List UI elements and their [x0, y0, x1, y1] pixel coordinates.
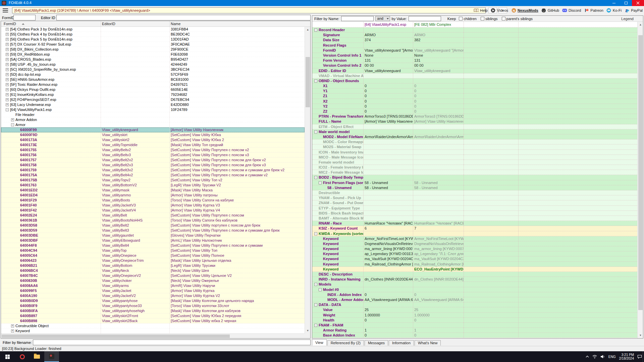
detail-row[interactable]: YNAM - Sound - Pick Up — [312, 195, 637, 200]
keep-option-siblings[interactable]: siblings — [481, 17, 498, 21]
value-plugin1-cell[interactable] — [364, 139, 413, 144]
tree-row-record[interactable]: 6400175BVtaw_utilityTopv2[SetCustom] Vta… — [1, 178, 305, 183]
expand-plus-icon[interactable]: + — [6, 48, 9, 51]
detail-row[interactable]: 58 - Unnamed58 - Unnamed58 - Unnamed — [312, 185, 637, 190]
wifi-icon[interactable] — [592, 355, 597, 359]
value-plugin1-cell[interactable]: 0 — [364, 99, 413, 104]
link-github[interactable]: GitHub — [541, 8, 559, 13]
value-plugin1-cell[interactable]: 6 — [364, 226, 413, 231]
value-plugin1-cell[interactable]: Vtaw_utilitykneeguard "[Armor] ... — [364, 48, 413, 53]
tree-row-record[interactable]: 6400173EVtaw_utilityTopmiddle[Mask] Vtaw… — [1, 142, 305, 147]
value-plugin1-cell[interactable]: ma_VaultSuit [KYWD:00204C22] — [364, 256, 413, 261]
value-plugin1-cell[interactable] — [364, 200, 413, 205]
tree-row-record[interactable]: 64001759Vtaw_utilityBelt3v2[SetCustom] V… — [1, 168, 305, 173]
value-plugin1-cell[interactable] — [364, 267, 413, 272]
value-plugin2-cell[interactable]: 0 — [413, 104, 464, 109]
value-plugin2-cell[interactable]: 0 — [413, 318, 464, 323]
tree-hscroll-thumb[interactable] — [2, 335, 230, 338]
value-plugin1-cell[interactable]: ap_Legendary [KYWD:001E32C8] — [364, 251, 413, 256]
taskbar-app-file-explorer[interactable] — [30, 351, 44, 362]
keep-option-parent-s-siblings[interactable]: parent's siblings — [502, 17, 533, 21]
value-plugin2-cell[interactable]: 0 — [413, 88, 464, 94]
value-plugin2-cell[interactable]: 58 - Unnamed — [413, 180, 464, 185]
value-plugin2-cell[interactable]: HumanRace "Человек" [RACE:0... — [413, 221, 464, 226]
value-plugin1-cell[interactable]: 1 — [364, 328, 413, 333]
column-header-name[interactable]: Name — [170, 21, 305, 27]
tree-row-record[interactable]: 64000F99Vtaw_utilitykneeguard[Armor] Vta… — [1, 127, 305, 132]
value-plugin1-cell[interactable] — [364, 129, 413, 134]
detail-row[interactable]: ICON - Male Inventory Image — [312, 150, 637, 155]
expand-plus-icon[interactable]: + — [6, 93, 9, 96]
link-nexusmods[interactable]: NNexusMods — [511, 8, 538, 13]
tree-row-record[interactable]: 64001763Vtaw_utilityBottomV2[LegR] Vtaw … — [1, 183, 305, 188]
value-plugin2-cell[interactable] — [413, 190, 464, 195]
formid-input[interactable] — [13, 15, 36, 20]
value-plugin1-cell[interactable] — [364, 195, 413, 200]
tree-row-plugin[interactable]: +[5F] Toxic Raider Armour.espD4397621 — [1, 82, 305, 87]
value-plugin1-cell[interactable]: 0 — [364, 94, 413, 99]
link-discord[interactable]: Discord — [562, 8, 581, 13]
tree-row-record[interactable]: 6400A190Vtaw_utilityJacketV2[Armor] Vtaw… — [1, 293, 305, 298]
value-plugin1-cell[interactable] — [364, 206, 413, 211]
detail-row[interactable]: INDX - Addon Index00 — [312, 292, 637, 297]
detail-row[interactable]: Z200 — [312, 109, 637, 114]
detail-row[interactable]: FULL - Name[Armor] Vtaw Utility Наколенн… — [312, 119, 637, 124]
action-center-icon[interactable] — [637, 355, 642, 359]
value-plugin1-cell[interactable] — [364, 190, 413, 195]
link-paypal[interactable]: PPPayPal — [625, 8, 643, 13]
filename-filter-input[interactable] — [33, 340, 311, 345]
value-plugin1-cell[interactable] — [364, 216, 413, 221]
tree-row-record[interactable]: 64003D59Vtaw_utilityBelt3[SetCustom] Vta… — [1, 228, 305, 233]
tree-row-group[interactable]: File Header — [1, 112, 305, 117]
detail-row[interactable]: Health00 — [312, 318, 637, 323]
collapse-minus-icon[interactable]: - — [314, 232, 317, 235]
value-plugin1-cell[interactable]: ArmorTorso3 [TRNS:00186DDC] — [364, 114, 413, 119]
value-plugin2-cell[interactable]: 1 — [413, 328, 464, 333]
tree-vertical-scrollbar[interactable]: ▲ ▼ — [305, 27, 310, 334]
value-plugin2-cell[interactable] — [413, 211, 464, 216]
detail-row[interactable]: Keywordma_armor_lining [KYWD:0007FA...ma… — [312, 246, 637, 251]
tree-row-plugin[interactable]: +[5D] dcc-bp-lol.esp57CF5F69 — [1, 72, 305, 77]
tree-row-record[interactable]: 64001ED2Vtaw_utilitymask[Mask] Vtaw Util… — [1, 188, 305, 193]
tree-row-record[interactable]: 64001F29Vtaw_utilityBoots[Torso] Vtaw Ut… — [1, 198, 305, 203]
value-plugin2-cell[interactable]: 1.000000 — [413, 313, 464, 318]
value-plugin1-cell[interactable] — [364, 124, 413, 129]
value-plugin2-cell[interactable] — [413, 78, 464, 83]
tree-row-record[interactable]: 64004C94Vtaw_utilityTop[SetCustom] Vtaw … — [1, 248, 305, 253]
tree-row-record[interactable]: 64001F40Vtaw_utilityJacketV3[Armor] Vtaw… — [1, 203, 305, 208]
expand-plus-icon[interactable]: + — [11, 118, 14, 121]
value-plugin2-cell[interactable]: ECO_HasEntryPoint [KYWD:FE05... — [413, 267, 464, 272]
value-plugin2-cell[interactable] — [413, 302, 464, 307]
value-plugin2-cell[interactable]: 131 — [413, 58, 464, 63]
value-plugin2-cell[interactable] — [413, 206, 464, 211]
detail-row[interactable]: Record Flags — [312, 43, 637, 48]
value-plugin2-cell[interactable] — [413, 323, 464, 328]
value-plugin1-cell[interactable] — [364, 27, 413, 33]
value-plugin2-cell[interactable]: 00 00 — [413, 63, 464, 68]
expand-plus-icon[interactable]: + — [6, 38, 9, 41]
tree-row-record[interactable]: 64001755Vtaw_utilityBeltv2[SetCustom] Vt… — [1, 147, 305, 153]
value-plugin1-cell[interactable]: 374 — [364, 38, 413, 43]
value-plugin1-cell[interactable] — [364, 175, 413, 180]
value-plugin1-cell[interactable] — [364, 211, 413, 216]
value-plugin2-cell[interactable]: ap_Legendary "Л.1: Слот для ле... — [413, 251, 464, 256]
value-plugin2-cell[interactable] — [413, 195, 464, 200]
tree-row-record[interactable]: 64002E24Vtaw_utilityBelt[SetCustom] Vtaw… — [1, 213, 305, 218]
value-plugin1-cell[interactable]: 58 - Unnamed — [364, 185, 413, 190]
value-plugin2-cell[interactable]: Vtaw_utilitykneeguard — [413, 68, 464, 73]
detail-header-plugin1[interactable]: [64] VtawUtilityPack1.esp — [364, 22, 413, 27]
detail-row[interactable]: FormIDVtaw_utilitykneeguard "[Armor] ...… — [312, 48, 637, 53]
value-plugin1-cell[interactable] — [364, 78, 413, 83]
detail-row[interactable]: -Male world model — [312, 129, 637, 134]
value-plugin2-cell[interactable]: 58 - Unnamed — [413, 185, 464, 190]
tree-row-plugin[interactable]: -[64] VtawUtilityPack1.esp10F24789 — [1, 107, 305, 112]
detail-row[interactable]: KeywordArmor_NoFirstTimeLoot [KYWD:...Ar… — [312, 236, 637, 241]
detail-row[interactable]: -OBND - Object Bounds — [312, 78, 637, 83]
value-plugin2-cell[interactable]: ma_Railroad_ClothingArmor [KY... — [413, 262, 464, 267]
expand-plus-icon[interactable]: + — [6, 73, 9, 76]
scroll-up-icon[interactable]: ▲ — [305, 27, 311, 33]
detail-row[interactable]: ZNAM - Sound - Put Down — [312, 200, 637, 205]
value-plugin1-cell[interactable] — [364, 73, 413, 78]
value-plugin2-cell[interactable] — [413, 175, 464, 180]
tree-row-record[interactable]: 64006BC4Vtaw_utilityNeck[Neck] Vtaw Util… — [1, 268, 305, 273]
